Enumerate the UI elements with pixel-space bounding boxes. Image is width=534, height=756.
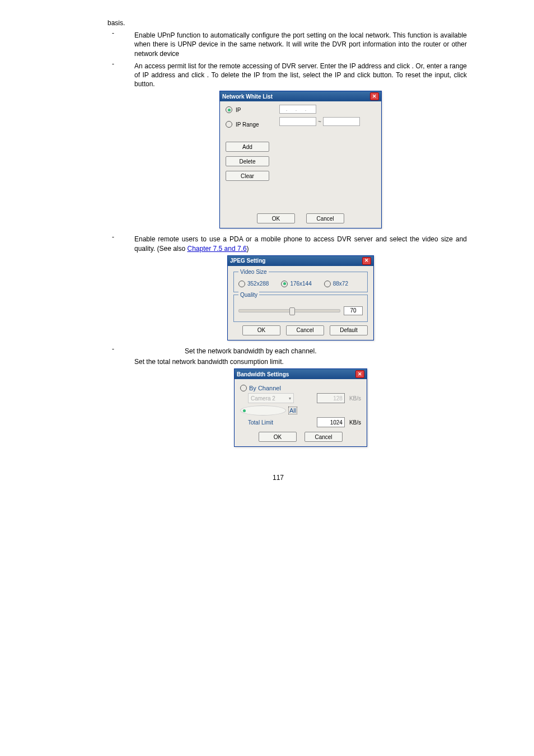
- radio-icon: [281, 281, 288, 287]
- bw-line2: Set the total network bandwidth consumpt…: [134, 357, 467, 366]
- ip-label: IP: [236, 107, 241, 113]
- slider-thumb-icon[interactable]: [289, 307, 295, 315]
- radio-icon: [226, 121, 232, 128]
- radio-icon: [238, 281, 245, 287]
- radio-iprange[interactable]: IP Range: [226, 121, 269, 128]
- videosize-fieldset: Video Size 352x288 176x144 88x72: [233, 272, 368, 292]
- ok-button[interactable]: OK: [259, 432, 297, 442]
- item-whitelist: - An access permit list for the remote a…: [90, 60, 467, 234]
- dialog-network-whitelist: Network White List ✕ IP IP Range: [219, 91, 382, 228]
- unit-label: KB/s: [349, 395, 361, 402]
- radio-176x144[interactable]: 176x144: [281, 281, 311, 287]
- quality-value[interactable]: 70: [344, 306, 363, 315]
- legend: Quality: [238, 292, 259, 298]
- radio-icon: [240, 405, 286, 416]
- close-icon[interactable]: ✕: [355, 370, 364, 378]
- clear-button[interactable]: Clear: [226, 171, 269, 181]
- dialog-bandwidth-settings: Bandwidth Settings ✕ By Channel Camera 2…: [234, 368, 367, 447]
- default-button[interactable]: Default: [330, 325, 368, 335]
- titlebar: Bandwidth Settings ✕: [235, 369, 367, 379]
- dialog-title: Bandwidth Settings: [237, 371, 289, 377]
- iprange-label: IP Range: [236, 122, 259, 128]
- radio-352x288[interactable]: 352x288: [238, 281, 269, 287]
- radio-icon: [240, 385, 247, 391]
- radio-88x72[interactable]: 88x72: [324, 281, 348, 287]
- radio-all[interactable]: All: [240, 405, 361, 416]
- bullet-dash: -: [90, 29, 134, 60]
- upnp-body: Enable UPnP function to automatically co…: [134, 31, 467, 58]
- radio-icon: [226, 106, 232, 113]
- total-limit-value[interactable]: 1024: [317, 417, 345, 427]
- radio-ip[interactable]: IP: [226, 106, 269, 113]
- bullet-dash: -: [90, 345, 134, 451]
- item-upnp: - Enable UPnP function to automatically …: [90, 29, 467, 60]
- legend: Video Size: [238, 269, 269, 275]
- iprange-input[interactable]: ~: [279, 117, 376, 126]
- whitelist-body: An access permit list for the remote acc…: [134, 62, 467, 89]
- chevron-down-icon: ▾: [289, 396, 291, 401]
- unit-label: KB/s: [349, 419, 361, 426]
- camera-select: Camera 2▾: [248, 393, 294, 403]
- jpeg-body: Enable remote users to use a PDA or a mo…: [134, 235, 467, 253]
- bw-line1: Set the network bandwidth by each channe…: [134, 347, 467, 356]
- cancel-button[interactable]: Cancel: [305, 432, 343, 442]
- quality-slider[interactable]: [238, 309, 340, 312]
- item-bandwidth: - Set the network bandwidth by each chan…: [90, 345, 467, 451]
- radio-by-channel[interactable]: By Channel: [240, 385, 361, 391]
- cancel-button[interactable]: Cancel: [286, 325, 324, 335]
- cancel-button[interactable]: Cancel: [306, 213, 344, 223]
- bychannel-value: 128: [317, 393, 345, 403]
- basis-line: basis.: [107, 18, 467, 27]
- ok-button[interactable]: OK: [242, 325, 280, 335]
- chapter-link[interactable]: Chapter 7.5 and 7.6: [188, 245, 247, 253]
- dialog-title: Network White List: [222, 94, 273, 100]
- total-limit-label: Total Limit: [248, 419, 273, 426]
- close-icon[interactable]: ✕: [370, 92, 379, 100]
- page-number: 117: [90, 474, 467, 482]
- bullet-dash: -: [90, 60, 134, 234]
- ip-input[interactable]: . . .: [279, 105, 376, 114]
- titlebar: JPEG Setting ✕: [228, 256, 373, 266]
- item-jpeg: - Enable remote users to use a PDA or a …: [90, 233, 467, 344]
- titlebar: Network White List ✕: [220, 91, 381, 101]
- bullet-dash: -: [90, 233, 134, 344]
- delete-button[interactable]: Delete: [226, 156, 269, 166]
- close-icon[interactable]: ✕: [362, 257, 371, 265]
- radio-icon: [324, 281, 331, 287]
- ok-button[interactable]: OK: [257, 213, 295, 223]
- dialog-title: JPEG Setting: [230, 258, 265, 264]
- add-button[interactable]: Add: [226, 142, 269, 152]
- quality-fieldset: Quality 70: [233, 295, 368, 322]
- dialog-jpeg-setting: JPEG Setting ✕ Video Size 352x288 176x14…: [227, 255, 374, 340]
